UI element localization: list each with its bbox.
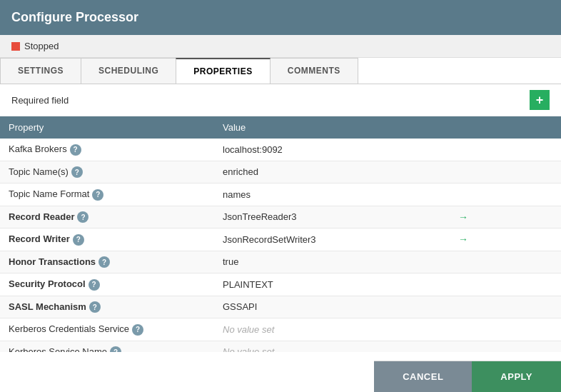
col-header-action [450, 116, 492, 139]
help-icon[interactable]: ? [70, 144, 81, 156]
arrow-cell [450, 161, 492, 184]
value-cell[interactable]: true [214, 251, 450, 273]
arrow-cell [450, 139, 492, 161]
table-row: Record Writer?JsonRecordSetWriter3→ [0, 228, 561, 251]
table-row: Honor Transactions?true [0, 251, 561, 273]
dialog-header: Configure Processor [0, 0, 561, 35]
arrow-cell [450, 273, 492, 296]
dialog-title: Configure Processor [11, 10, 138, 24]
arrow-cell [450, 341, 492, 352]
help-icon[interactable]: ? [132, 324, 143, 336]
cancel-button[interactable]: CANCEL [374, 361, 472, 392]
value-cell[interactable]: localhost:9092 [214, 139, 450, 161]
properties-table-container: Property Value Kafka Brokers?localhost:9… [0, 116, 561, 352]
table-row: SASL Mechanism?GSSAPI [0, 296, 561, 318]
property-cell: Record Reader? [0, 206, 214, 228]
arrow-cell: → [450, 206, 492, 228]
extra-cell [492, 139, 561, 161]
arrow-icon[interactable]: → [458, 233, 468, 245]
value-cell[interactable]: JsonTreeReader3 [214, 206, 450, 228]
col-header-value: Value [214, 116, 450, 139]
dialog-footer: CANCEL APPLY [374, 361, 561, 392]
extra-cell [492, 318, 561, 341]
arrow-cell [450, 296, 492, 318]
arrow-cell: → [450, 228, 492, 251]
extra-cell [492, 184, 561, 206]
extra-cell [492, 296, 561, 318]
property-cell: SASL Mechanism? [0, 296, 214, 318]
help-icon[interactable]: ? [71, 166, 83, 178]
property-cell: Security Protocol? [0, 273, 214, 296]
extra-cell [492, 161, 561, 184]
add-property-button[interactable]: + [530, 90, 550, 110]
tab-comments[interactable]: COMMENTS [270, 58, 358, 84]
table-row: Topic Name(s)?enriched [0, 161, 561, 184]
tab-scheduling[interactable]: SCHEDULING [81, 58, 176, 84]
table-row: Topic Name Format?names [0, 184, 561, 206]
value-cell[interactable]: names [214, 184, 450, 206]
value-cell[interactable]: JsonRecordSetWriter3 [214, 228, 450, 251]
status-bar: Stopped [0, 35, 561, 58]
property-cell: Honor Transactions? [0, 251, 214, 273]
table-row: Security Protocol?PLAINTEXT [0, 273, 561, 296]
property-cell: Kerberos Service Name? [0, 341, 214, 352]
tab-settings[interactable]: SETTINGS [0, 58, 81, 84]
status-text: Stopped [24, 41, 59, 51]
value-cell[interactable]: GSSAPI [214, 296, 450, 318]
required-field-bar: Required field + [0, 84, 561, 116]
help-icon[interactable]: ? [89, 301, 101, 313]
arrow-cell [450, 184, 492, 206]
value-cell[interactable]: PLAINTEXT [214, 273, 450, 296]
table-row: Kerberos Service Name?No value set [0, 341, 561, 352]
property-cell: Topic Name(s)? [0, 161, 214, 184]
tab-bar: SETTINGS SCHEDULING PROPERTIES COMMENTS [0, 58, 561, 84]
help-icon[interactable]: ? [92, 189, 103, 201]
required-field-label: Required field [11, 95, 69, 106]
extra-cell [492, 206, 561, 228]
help-icon[interactable]: ? [73, 234, 84, 246]
col-header-extra [492, 116, 561, 139]
arrow-icon[interactable]: → [458, 211, 468, 223]
properties-table: Property Value Kafka Brokers?localhost:9… [0, 116, 561, 352]
help-icon[interactable]: ? [89, 279, 100, 291]
table-row: Record Reader?JsonTreeReader3→ [0, 206, 561, 228]
help-icon[interactable]: ? [98, 256, 110, 268]
tab-properties[interactable]: PROPERTIES [176, 58, 270, 84]
property-cell: Topic Name Format? [0, 184, 214, 206]
value-cell[interactable]: No value set [214, 341, 450, 352]
help-icon[interactable]: ? [77, 211, 89, 223]
table-row: Kerberos Credentials Service?No value se… [0, 318, 561, 341]
extra-cell [492, 273, 561, 296]
arrow-cell [450, 251, 492, 273]
property-cell: Kerberos Credentials Service? [0, 318, 214, 341]
extra-cell [492, 251, 561, 273]
property-cell: Kafka Brokers? [0, 139, 214, 161]
property-cell: Record Writer? [0, 228, 214, 251]
arrow-cell [450, 318, 492, 341]
col-header-property: Property [0, 116, 214, 139]
help-icon[interactable]: ? [110, 346, 121, 352]
table-row: Kafka Brokers?localhost:9092 [0, 139, 561, 161]
apply-button[interactable]: APPLY [472, 361, 561, 392]
status-indicator [11, 42, 20, 51]
value-cell[interactable]: No value set [214, 318, 450, 341]
extra-cell [492, 341, 561, 352]
extra-cell [492, 228, 561, 251]
value-cell[interactable]: enriched [214, 161, 450, 184]
